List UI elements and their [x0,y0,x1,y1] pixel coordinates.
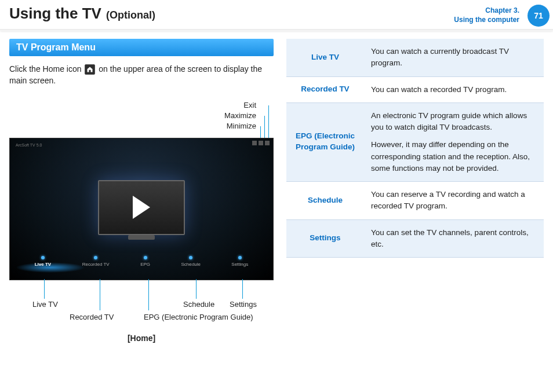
feature-desc: You can watch a currently broadcast TV p… [364,39,544,76]
feature-label: EPG (Electronic Program Guide) [286,102,364,181]
minimize-label: Minimize [227,122,256,130]
maximize-icon[interactable] [259,141,263,145]
feature-desc: You can reserve a TV recording and watch… [364,182,544,220]
tv-menu-bar: Live TV Recorded TV EPG Schedule Setting… [10,262,273,267]
tv-menu-schedule-label: Schedule [181,262,201,267]
content-columns: TV Program Menu Click the Home icon on t… [0,39,553,343]
page-subtitle: (Optional) [106,9,155,21]
feature-desc: An electronic TV program guide which all… [364,102,544,181]
feature-label: Schedule [286,182,364,220]
feature-desc: You can set the TV channels, parent cont… [364,219,544,258]
tv-window-buttons [252,141,270,145]
callout-line-livetv [44,279,45,299]
play-icon[interactable] [133,196,150,219]
intro-text: Click the Home icon on the upper area of… [9,63,274,87]
chapter-line2: Using the computer [454,16,519,25]
callout-line-recorded [100,279,100,310]
tv-menu-live-tv[interactable]: Live TV [35,262,51,267]
callout-line-exit [268,105,269,138]
callout-settings: Settings [230,300,257,309]
intro-before: Click the Home icon [9,64,83,74]
table-row: Recorded TV You can watch a recorded TV … [286,76,544,102]
feature-desc: You can watch a recorded TV program. [364,76,544,102]
page-title: Using the TV [9,5,101,23]
tv-menu-live-tv-label: Live TV [35,262,51,267]
tv-menu-schedule[interactable]: Schedule [181,262,201,267]
feature-label: Settings [286,219,364,258]
feature-label: Live TV [286,39,364,76]
home-icon [85,64,95,75]
minimize-icon[interactable] [252,141,257,145]
callout-schedule: Schedule [183,300,214,309]
table-row: Live TV You can watch a currently broadc… [286,39,544,76]
tv-app-screenshot: ArcSoft TV 5.0 Live TV Recorded TV EPG S… [9,138,274,280]
chapter-wrap: Chapter 3. Using the computer 71 [454,5,553,27]
home-caption: [Home] [9,334,274,343]
tv-menu-settings-label: Settings [231,262,248,267]
callout-line-maximize [264,116,265,138]
table-row: EPG (Electronic Program Guide) An electr… [286,102,544,181]
header-divider [0,29,553,31]
title-wrap: Using the TV (Optional) [9,5,155,23]
tv-menu-recorded-tv[interactable]: Recorded TV [82,262,110,267]
feature-table: Live TV You can watch a currently broadc… [286,39,544,258]
exit-label: Exit [243,101,256,109]
window-control-callouts: Exit Maximize Minimize [9,101,274,135]
tv-menu-epg-label: EPG [140,262,150,267]
tv-monitor-graphic [98,180,185,235]
callout-line-minimize [260,126,261,138]
tv-app-title: ArcSoft TV 5.0 [16,143,42,147]
table-row: Settings You can set the TV channels, pa… [286,219,544,258]
callout-line-schedule [196,279,197,299]
maximize-label: Maximize [224,111,256,120]
chapter-line1: Chapter 3. [454,6,519,16]
page-number-badge: 71 [527,5,550,27]
close-icon[interactable] [265,141,270,145]
callout-line-settings [242,279,243,299]
bottom-callouts: Live TV Schedule Settings Recorded TV EP… [9,279,274,331]
callout-live-tv: Live TV [32,300,58,309]
left-column: TV Program Menu Click the Home icon on t… [9,39,274,343]
chapter-text: Chapter 3. Using the computer [454,6,522,24]
tv-menu-epg[interactable]: EPG [140,262,150,267]
callout-epg: EPG (Electronic Program Guide) [144,313,253,321]
callout-recorded-tv: Recorded TV [70,313,114,321]
section-heading: TV Program Menu [9,39,274,56]
feature-label: Recorded TV [286,76,364,102]
callout-line-epg [148,279,149,310]
tv-menu-recorded-tv-label: Recorded TV [82,262,110,267]
tv-menu-settings[interactable]: Settings [231,262,248,267]
table-row: Schedule You can reserve a TV recording … [286,182,544,220]
page-header: Using the TV (Optional) Chapter 3. Using… [0,0,553,27]
right-column: Live TV You can watch a currently broadc… [286,39,544,343]
